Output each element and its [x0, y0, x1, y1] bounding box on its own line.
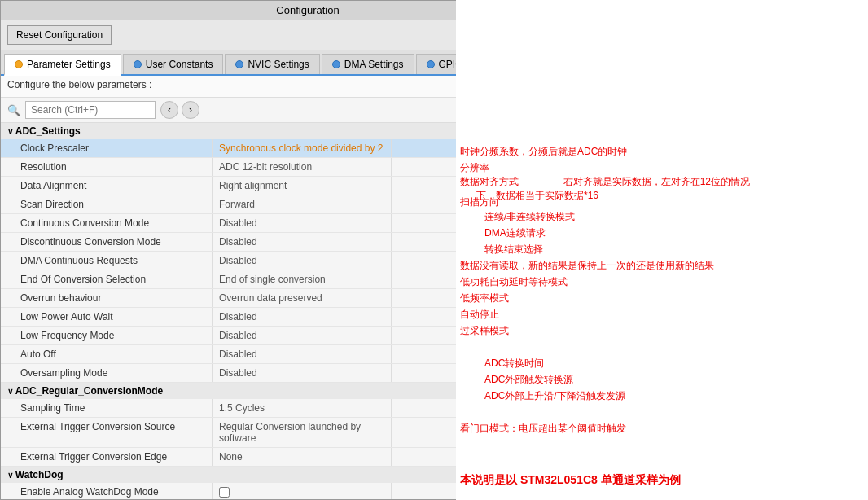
config-info-text: Configure the below parameters : — [7, 79, 151, 90]
setting-name-eoc: End Of Conversion Selection — [1, 270, 213, 288]
setting-value-watchdog — [213, 483, 392, 499]
setting-value-continuous-conversion: Disabled — [213, 214, 392, 232]
setting-value-oversampling: Disabled — [213, 364, 392, 382]
setting-name-auto-off: Auto Off — [1, 345, 213, 363]
tab-dot-user — [134, 60, 142, 68]
setting-name-data-alignment: Data Alignment — [1, 177, 213, 195]
ann-dma: DMA连续请求 — [484, 226, 546, 240]
tab-user-constants[interactable]: User Constants — [123, 54, 224, 74]
nav-next-button[interactable]: › — [182, 101, 199, 119]
setting-value-resolution: ADC 12-bit resolution — [213, 158, 392, 176]
tab-dot-nvic — [235, 60, 243, 68]
ann-watchdog: 看门口模式：电压超出某个阈值时触发 — [460, 422, 626, 436]
setting-name-dma-continuous: DMA Continuous Requests — [1, 252, 213, 270]
setting-name-continuous-conversion: Continuous Conversion Mode — [1, 214, 213, 232]
setting-value-trigger-edge: None — [213, 448, 392, 466]
setting-name-low-freq: Low Frequency Mode — [1, 327, 213, 344]
ann-clock: 时钟分频系数，分频后就是ADC的时钟 — [460, 145, 627, 159]
setting-value-sampling-time: 1.5 Cycles — [213, 399, 392, 417]
setting-value-trigger-source: Regular Conversion launched by software — [213, 418, 392, 447]
ann-lowfreq: 低频率模式 — [460, 292, 509, 305]
ann-autooff: 自动停止 — [460, 308, 499, 322]
setting-name-low-power-wait: Low Power Auto Wait — [1, 308, 213, 326]
ann-alignment: 数据对齐方式 ———— 右对齐就是实际数据，左对齐在12位的情况 下，数据相当于… — [460, 175, 750, 203]
tab-parameter-settings[interactable]: Parameter Settings — [4, 54, 121, 76]
setting-name-overrun: Overrun behaviour — [1, 289, 213, 307]
ann-sampling: ADC转换时间 — [484, 357, 544, 371]
reset-configuration-button[interactable]: Reset Configuration — [7, 25, 112, 45]
setting-name-clock-prescaler: Clock Prescaler — [1, 139, 213, 157]
setting-value-auto-off: Disabled — [213, 345, 392, 363]
setting-value-dma-continuous: Disabled — [213, 252, 392, 270]
setting-name-trigger-source: External Trigger Conversion Source — [1, 418, 213, 447]
nav-icons: ‹ › — [160, 101, 199, 119]
ann-overrun: 数据没有读取，新的结果是保持上一次的还是使用新的结果 — [460, 259, 714, 273]
annotation-panel: 时钟分频系数，分频后就是ADC的时钟 分辨率 数据对齐方式 ———— 右对齐就是… — [456, 0, 868, 500]
ann-eoc: 转换结束选择 — [484, 243, 543, 257]
ann-trigger-source: ADC外部触发转换源 — [484, 373, 573, 387]
ann-scan: 扫描方向 — [460, 195, 499, 209]
setting-name-resolution: Resolution — [1, 158, 213, 176]
tab-dot-dma — [332, 60, 340, 68]
tab-label-parameter: Parameter Settings — [27, 59, 111, 70]
nav-prev-button[interactable]: ‹ — [160, 101, 178, 119]
tab-dot-parameter — [15, 60, 23, 68]
tab-label-user: User Constants — [146, 59, 213, 70]
ann-trigger-edge: ADC外部上升沿/下降沿触发发源 — [484, 389, 625, 403]
tab-label-dma: DMA Settings — [344, 59, 404, 70]
setting-value-data-alignment: Right alignment — [213, 177, 392, 195]
setting-value-overrun: Overrun data preserved — [213, 289, 392, 307]
tab-label-nvic: NVIC Settings — [248, 59, 309, 70]
setting-value-eoc: End of single conversion — [213, 270, 392, 288]
setting-name-discontinuous-conversion: Discontinuous Conversion Mode — [1, 233, 213, 251]
bottom-note: 本说明是以 STM32L051C8 单通道采样为例 — [460, 473, 681, 488]
setting-name-trigger-edge: External Trigger Conversion Edge — [1, 448, 213, 466]
watchdog-checkbox[interactable] — [219, 487, 230, 498]
setting-value-low-freq: Disabled — [213, 327, 392, 344]
setting-value-clock-prescaler: Synchronous clock mode divided by 2 — [213, 139, 392, 157]
ann-continuous: 连续/非连续转换模式 — [484, 210, 575, 224]
search-magnifier-icon: 🔍 — [7, 104, 20, 116]
setting-name-oversampling: Oversampling Mode — [1, 364, 213, 382]
ann-lowpower: 低功耗自动延时等待模式 — [460, 275, 568, 289]
setting-name-watchdog: Enable Analog WatchDog Mode — [1, 483, 213, 499]
ann-resolution: 分辨率 — [460, 161, 489, 175]
setting-value-discontinuous-conversion: Disabled — [213, 233, 392, 251]
ann-oversampling: 过采样模式 — [460, 324, 509, 338]
tab-dot-gpio — [427, 60, 435, 68]
setting-name-scan-direction: Scan Direction — [1, 195, 213, 213]
window-title: Configuration — [276, 4, 339, 16]
tab-dma-settings[interactable]: DMA Settings — [322, 54, 414, 74]
setting-name-sampling-time: Sampling Time — [1, 399, 213, 417]
search-input[interactable] — [25, 101, 156, 119]
setting-value-scan-direction: Forward — [213, 195, 392, 213]
tab-nvic-settings[interactable]: NVIC Settings — [225, 54, 319, 74]
setting-value-low-power-wait: Disabled — [213, 308, 392, 326]
